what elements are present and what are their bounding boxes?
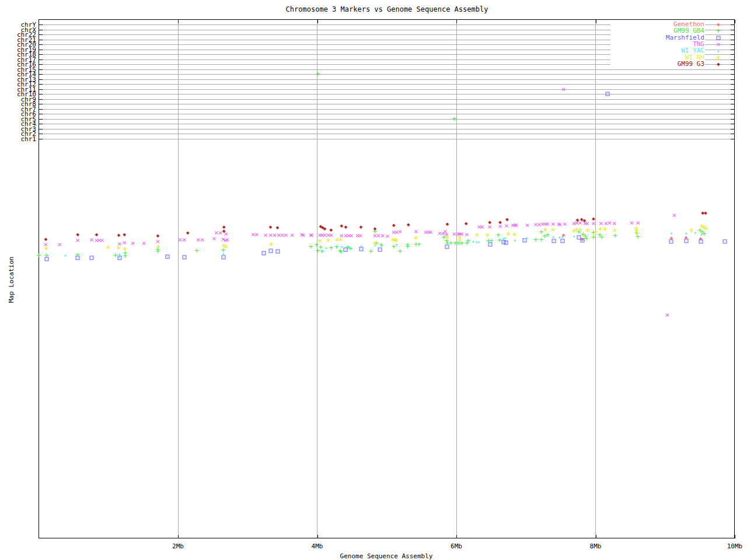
scatter-point-marshfield: [182, 256, 186, 260]
y-tick-mark: [39, 40, 43, 40]
scatter-point-tng: ×: [263, 232, 268, 238]
legend-label-gm99-g3: GM99 G3: [610, 61, 705, 67]
scatter-point-tng: ×: [309, 232, 314, 238]
scatter-point-tng: ×: [100, 237, 104, 243]
scatter-point-tng: ×: [131, 240, 135, 246]
scatter-point-tng: ×: [284, 232, 288, 238]
scatter-point-gm99-gb4: +: [368, 249, 373, 254]
scatter-point-tng: ×: [514, 222, 519, 228]
scatter-point-tng: ×: [465, 232, 469, 237]
x-gridline: [178, 20, 179, 538]
scatter-point-wi-rh: ∗: [268, 242, 274, 247]
scatter-point-gm99-gb4: +: [37, 253, 41, 258]
scatter-point-gm99-gb4: +: [452, 116, 457, 122]
scatter-point-gm99-gb4: +: [406, 244, 410, 250]
x-tick-mark: [735, 535, 735, 538]
scatter-point-wi-rh: ∗: [156, 244, 162, 250]
scatter-point-gm99-gb4: +: [316, 71, 320, 77]
y-tick-mark: [39, 60, 43, 60]
scatter-point-gm99-gb4: +: [599, 235, 604, 240]
chromosome-gridline: [40, 84, 734, 85]
scatter-point-tng: ×: [385, 233, 390, 239]
scatter-point-gm99-g3: ◈: [359, 224, 363, 230]
scatter-point-marshfield: [551, 239, 556, 243]
legend-marker-gm99-g3: ◈: [717, 61, 720, 67]
scatter-point-wi-rh: ∗: [317, 238, 323, 244]
scatter-point-wi-rh: ∗: [338, 237, 344, 243]
chart-canvas: Chromosome 3 Markers vs Genome Sequence …: [0, 0, 747, 560]
y-tick-mark: [731, 129, 734, 130]
y-tick-mark: [39, 24, 43, 25]
chromosome-gridline: [40, 134, 734, 134]
chromosome-gridline: [40, 99, 734, 100]
y-tick-mark: [39, 129, 43, 130]
scatter-point-gm99-g3: ◈: [222, 228, 226, 234]
x-tick-mark: [178, 535, 179, 538]
scatter-point-wi-yac: ▴: [670, 230, 673, 236]
scatter-point-tng: ×: [561, 86, 566, 92]
y-tick-mark: [731, 30, 734, 30]
scatter-point-marshfield: [90, 256, 94, 260]
scatter-point-wi-rh: ∗: [543, 227, 549, 233]
chromosome-gridline: [40, 89, 734, 90]
legend-marker-tng: ×: [716, 41, 721, 47]
scatter-point-marshfield: [669, 240, 673, 244]
scatter-point-wi-rh: ∗: [512, 232, 518, 237]
scatter-point-wi-yac: ▴: [561, 233, 564, 239]
scatter-point-marshfield: [684, 239, 688, 243]
scatter-point-tng: ×: [200, 237, 205, 243]
chromosome-gridline: [40, 79, 734, 80]
legend-label-wi-rh: WI RH: [610, 54, 705, 61]
scatter-point-gm99-g3: ◈: [392, 222, 396, 228]
y-tick-mark: [39, 104, 43, 104]
scatter-point-gm99-g3: ◈: [575, 217, 579, 223]
scatter-point-tng: ×: [665, 312, 669, 318]
x-tick-label: 8Mb: [590, 543, 602, 550]
y-tick-mark: [39, 89, 43, 90]
legend-marker-wi-rh: ∗: [715, 55, 721, 61]
y-tick-mark: [731, 114, 734, 114]
y-tick-label: chr1: [0, 136, 36, 142]
scatter-point-gm99-g3: ◈: [269, 224, 273, 230]
y-tick-mark: [731, 44, 734, 45]
x-tick-mark: [596, 535, 596, 538]
scatter-point-gm99-g3: ◈: [123, 232, 126, 237]
y-tick-mark: [39, 134, 43, 134]
chromosome-gridline: [40, 94, 734, 94]
x-tick-mark: [596, 20, 596, 23]
y-tick-mark: [39, 119, 43, 120]
scatter-point-wi-rh: ∗: [457, 235, 463, 240]
x-gridline: [595, 20, 596, 538]
y-tick-mark: [39, 94, 43, 94]
legend-marker-gm99-gb4: +: [716, 28, 721, 34]
scatter-point-tng: ×: [358, 233, 363, 239]
scatter-point-gm99-g3: ◈: [445, 221, 449, 227]
scatter-point-tng: ×: [672, 212, 676, 218]
chromosome-gridline: [40, 69, 734, 70]
scatter-point-wi-rh: ∗: [689, 228, 694, 233]
legend-label-wi-yac: WI YAC: [610, 47, 705, 54]
scatter-point-wi-rh: ∗: [116, 245, 122, 251]
scatter-point-marshfield: [166, 255, 170, 259]
x-gridline: [456, 20, 457, 538]
y-tick-mark: [731, 99, 734, 100]
scatter-point-tng: ×: [397, 229, 402, 235]
scatter-point-tng: ×: [75, 237, 80, 243]
scatter-point-gm99-g3: ◈: [156, 233, 159, 239]
scatter-point-gm99-gb4: +: [397, 249, 402, 254]
y-tick-mark: [39, 50, 43, 50]
y-tick-mark: [731, 134, 734, 134]
scatter-point-marshfield: [275, 250, 280, 254]
scatter-point-gm99-g3: ◈: [465, 220, 468, 226]
plot-frame: [39, 19, 735, 538]
scatter-point-wi-yac: ▴: [350, 245, 352, 251]
scatter-point-wi-rh: ∗: [106, 244, 111, 250]
scatter-point-tng: ×: [349, 233, 354, 239]
x-tick-mark: [317, 20, 318, 23]
scatter-point-tng: ×: [89, 237, 94, 243]
scatter-point-marshfield: [580, 239, 584, 243]
scatter-point-wi-rh: ∗: [577, 227, 583, 233]
scatter-point-wi-rh: ∗: [326, 237, 331, 243]
y-tick-mark: [731, 40, 734, 40]
scatter-point-tng: ×: [182, 237, 187, 243]
